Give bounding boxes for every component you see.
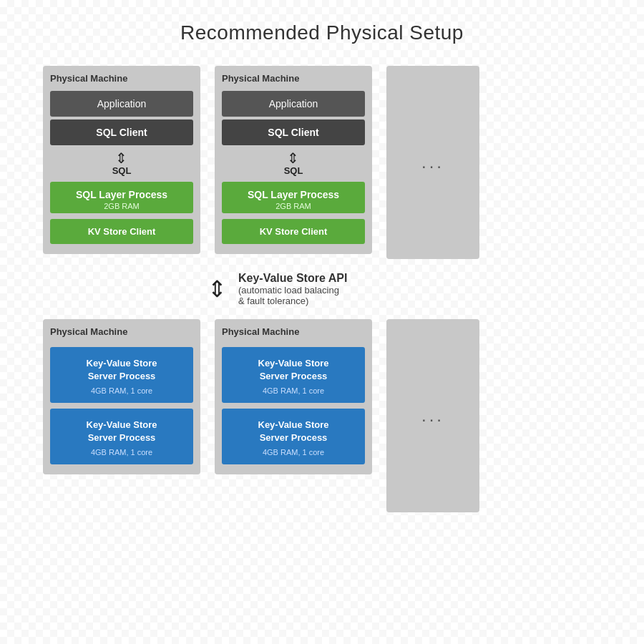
top-machine-1-sql-layer: SQL Layer Process 2GB RAM <box>50 182 193 213</box>
bottom-m1-server2-sub: 4GB RAM, 1 core <box>56 447 187 458</box>
kv-api-description: Key-Value Store API (automatic load bala… <box>238 272 347 306</box>
kv-api-sub2: & fault tolerance) <box>238 296 347 306</box>
bottom-machine-1: Physical Machine Key-Value StoreServer P… <box>43 319 200 474</box>
top-machine-1-app: Application <box>50 91 193 117</box>
architecture-diagram: Physical Machine Application SQL Client … <box>29 66 615 512</box>
sql-label-1: SQL <box>112 165 132 176</box>
top-machine-1-label: Physical Machine <box>50 73 127 84</box>
sql-layer-text-2: SQL Layer Process <box>222 189 365 200</box>
top-machine-2-sql-arrow: ⇕ SQL <box>284 151 303 176</box>
bottom-m1-server2-text: Key-Value StoreServer Process <box>56 419 187 444</box>
bottom-m2-server1-text: Key-Value StoreServer Process <box>228 357 359 383</box>
bottom-dots: ... <box>421 406 444 426</box>
kv-api-title: Key-Value Store API <box>238 272 347 285</box>
bottom-m2-server1-sub: 4GB RAM, 1 core <box>228 386 359 396</box>
bottom-m2-server2-sub: 4GB RAM, 1 core <box>228 447 359 458</box>
bottom-machine-2-label: Physical Machine <box>222 326 299 337</box>
top-machine-2-kv-client: KV Store Client <box>222 219 365 244</box>
bottom-row: Physical Machine Key-Value StoreServer P… <box>43 319 601 512</box>
sql-layer-sub-2: 2GB RAM <box>222 202 365 210</box>
kv-api-sub1: (automatic load balacing <box>238 285 347 296</box>
top-machine-2-app: Application <box>222 91 365 117</box>
updown-arrow-icon-2: ⇕ <box>287 151 299 165</box>
content-area: Recommended Physical Setup Physical Mach… <box>0 0 644 644</box>
bottom-dots-placeholder: ... <box>386 319 479 512</box>
top-dots-placeholder: ... <box>386 66 479 259</box>
updown-arrow-icon: ⇕ <box>115 151 127 165</box>
top-machine-2: Physical Machine Application SQL Client … <box>215 66 372 254</box>
top-machine-1-sql-arrow: ⇕ SQL <box>112 151 132 176</box>
bottom-machine-1-server2: Key-Value StoreServer Process 4GB RAM, 1… <box>50 409 193 464</box>
bottom-m2-server2-text: Key-Value StoreServer Process <box>228 419 359 444</box>
kv-api-arrow-icon: ⇕ <box>208 278 227 301</box>
bottom-machine-2-server1: Key-Value StoreServer Process 4GB RAM, 1… <box>222 347 365 403</box>
top-dots: ... <box>421 152 444 172</box>
sql-layer-text-1: SQL Layer Process <box>50 189 193 200</box>
bottom-machine-1-server1: Key-Value StoreServer Process 4GB RAM, 1… <box>50 347 193 403</box>
top-machine-1: Physical Machine Application SQL Client … <box>43 66 200 254</box>
bottom-machine-2-server2: Key-Value StoreServer Process 4GB RAM, 1… <box>222 409 365 464</box>
top-machine-2-sql-layer: SQL Layer Process 2GB RAM <box>222 182 365 213</box>
sql-label-2: SQL <box>284 165 303 176</box>
bottom-machine-1-label: Physical Machine <box>50 326 127 337</box>
page-title: Recommended Physical Setup <box>180 21 464 44</box>
middle-section: ⇕ Key-Value Store API (automatic load ba… <box>43 272 601 306</box>
top-machine-1-sql-client: SQL Client <box>50 119 193 145</box>
top-machine-1-kv-client: KV Store Client <box>50 219 193 244</box>
bottom-m1-server1-text: Key-Value StoreServer Process <box>56 357 187 383</box>
top-row: Physical Machine Application SQL Client … <box>43 66 601 259</box>
top-machine-2-label: Physical Machine <box>222 73 299 84</box>
top-machine-2-sql-client: SQL Client <box>222 119 365 145</box>
bottom-machine-2: Physical Machine Key-Value StoreServer P… <box>215 319 372 474</box>
middle-arrow-col: ⇕ <box>208 278 227 301</box>
page: Recommended Physical Setup Physical Mach… <box>0 0 644 644</box>
bottom-m1-server1-sub: 4GB RAM, 1 core <box>56 386 187 396</box>
sql-layer-sub-1: 2GB RAM <box>50 202 193 210</box>
